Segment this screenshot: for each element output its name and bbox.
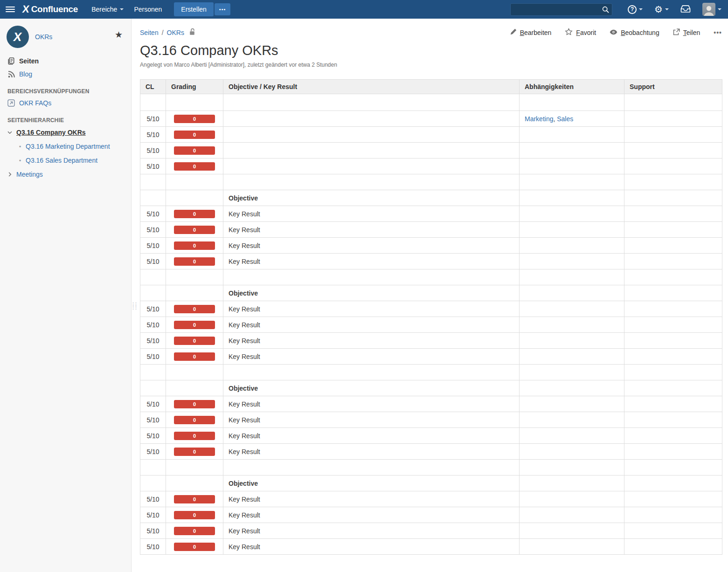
dependencies-cell bbox=[520, 159, 624, 174]
product-name: Confluence bbox=[31, 4, 78, 14]
grading-cell: 0 bbox=[166, 317, 223, 333]
cl-cell bbox=[140, 94, 166, 111]
chevron-down-icon bbox=[120, 8, 124, 10]
sidebar-item-blog[interactable]: Blog bbox=[6, 68, 125, 81]
cl-cell: 5/10 bbox=[140, 396, 166, 412]
support-cell bbox=[624, 206, 722, 222]
support-cell bbox=[624, 94, 722, 111]
chevron-right-icon[interactable] bbox=[7, 172, 13, 177]
dependencies-cell bbox=[520, 444, 624, 460]
dependencies-cell: Marketing, Sales bbox=[520, 111, 624, 127]
dependencies-cell bbox=[520, 412, 624, 428]
cl-cell: 5/10 bbox=[140, 317, 166, 333]
dependencies-cell bbox=[520, 333, 624, 349]
grading-cell bbox=[166, 365, 223, 380]
tree-item-marketing[interactable]: • Q3.16 Marketing Department bbox=[6, 139, 125, 153]
grading-cell: 0 bbox=[166, 507, 223, 523]
space-logo[interactable]: X bbox=[7, 26, 29, 48]
pencil-icon bbox=[510, 28, 517, 36]
table-row bbox=[140, 365, 722, 380]
grading-cell: 0 bbox=[166, 491, 223, 507]
share-button[interactable]: Teilen bbox=[673, 28, 700, 37]
more-actions-button[interactable]: ••• bbox=[714, 29, 722, 36]
support-cell bbox=[624, 333, 722, 349]
page-content: Seiten / OKRs Bearbeiten Favorit bbox=[132, 19, 728, 572]
sidebar-item-pages[interactable]: Seiten bbox=[6, 55, 125, 68]
okr-table: CL Grading Objective / Key Result Abhäng… bbox=[140, 79, 722, 555]
table-row: 5/100Key Result bbox=[140, 254, 722, 269]
breadcrumb: Seiten / OKRs bbox=[140, 28, 196, 37]
dependencies-cell bbox=[520, 507, 624, 523]
grading-badge: 0 bbox=[174, 226, 215, 234]
support-cell bbox=[624, 238, 722, 254]
breadcrumb-pages-link[interactable]: Seiten bbox=[140, 29, 159, 36]
dependencies-cell bbox=[520, 174, 624, 190]
grading-cell: 0 bbox=[166, 254, 223, 269]
cl-cell: 5/10 bbox=[140, 444, 166, 460]
support-cell bbox=[624, 143, 722, 159]
favorite-button[interactable]: Favorit bbox=[565, 28, 596, 37]
unlocked-icon[interactable] bbox=[189, 28, 196, 37]
section-heading-space-shortcuts: BEREICHSVERKNÜPFUNGEN bbox=[6, 88, 125, 95]
create-more-button[interactable]: ••• bbox=[215, 3, 231, 15]
support-cell bbox=[624, 269, 722, 285]
watch-button[interactable]: Beobachtung bbox=[610, 29, 659, 36]
dependencies-cell bbox=[520, 491, 624, 507]
grading-cell: 0 bbox=[166, 539, 223, 555]
nav-people-menu[interactable]: Personen bbox=[129, 0, 167, 19]
grading-cell bbox=[166, 190, 223, 206]
grading-badge: 0 bbox=[174, 400, 215, 408]
dependency-link[interactable]: Marketing bbox=[525, 115, 553, 123]
objective-key-result-cell: Key Result bbox=[223, 254, 520, 269]
objective-key-result-cell bbox=[223, 143, 520, 159]
user-menu[interactable] bbox=[702, 3, 721, 16]
dependency-link[interactable]: Sales bbox=[557, 115, 573, 123]
grading-badge: 0 bbox=[174, 543, 215, 551]
grading-cell: 0 bbox=[166, 159, 223, 174]
objective-key-result-cell bbox=[223, 159, 520, 174]
edit-button[interactable]: Bearbeiten bbox=[510, 28, 552, 36]
user-avatar bbox=[702, 3, 715, 16]
support-cell bbox=[624, 539, 722, 555]
objective-key-result-cell: Objective bbox=[223, 190, 520, 206]
objective-key-result-cell: Key Result bbox=[223, 206, 520, 222]
dependencies-cell bbox=[520, 539, 624, 555]
support-cell bbox=[624, 444, 722, 460]
tree-item-sales[interactable]: • Q3.16 Sales Department bbox=[6, 153, 125, 167]
dependencies-cell bbox=[520, 190, 624, 206]
objective-key-result-cell: Objective bbox=[223, 380, 520, 396]
cl-cell: 5/10 bbox=[140, 159, 166, 174]
grading-badge: 0 bbox=[174, 131, 215, 139]
space-sidebar: X OKRs ★ Seiten Blog BEREICHSVERKNÜPFUNG… bbox=[0, 19, 132, 572]
tree-item-meetings[interactable]: Meetings bbox=[6, 167, 125, 181]
grading-cell: 0 bbox=[166, 127, 223, 143]
notifications-button[interactable] bbox=[680, 5, 691, 14]
cl-cell bbox=[140, 174, 166, 190]
table-row: 5/100Key Result bbox=[140, 523, 722, 539]
grading-badge: 0 bbox=[174, 210, 215, 218]
create-button[interactable]: Erstellen bbox=[174, 2, 213, 16]
favorite-space-star-icon[interactable]: ★ bbox=[115, 30, 123, 39]
search-icon[interactable] bbox=[602, 6, 609, 14]
breadcrumb-okrs-link[interactable]: OKRs bbox=[167, 29, 184, 36]
tree-item-current-page[interactable]: Q3.16 Company OKRs bbox=[6, 125, 125, 139]
cl-cell: 5/10 bbox=[140, 127, 166, 143]
objective-key-result-cell: Key Result bbox=[223, 428, 520, 444]
sidebar-item-okr-faqs[interactable]: OKR FAQs bbox=[6, 96, 125, 110]
hamburger-menu-icon[interactable] bbox=[6, 7, 15, 12]
grading-cell bbox=[166, 380, 223, 396]
sidebar-resize-handle[interactable]: ⋮⋮⋮⋮ bbox=[131, 302, 135, 310]
support-cell bbox=[624, 111, 722, 127]
pages-icon bbox=[7, 57, 15, 65]
nav-spaces-menu[interactable]: Bereiche bbox=[86, 0, 129, 19]
grading-cell: 0 bbox=[166, 412, 223, 428]
help-menu[interactable]: ? bbox=[628, 5, 643, 14]
confluence-logo[interactable]: X Confluence bbox=[22, 4, 78, 14]
objective-key-result-cell: Key Result bbox=[223, 222, 520, 238]
dependencies-cell bbox=[520, 206, 624, 222]
dependencies-cell bbox=[520, 254, 624, 269]
settings-menu[interactable]: ⚙ bbox=[654, 5, 669, 14]
space-name-link[interactable]: OKRs bbox=[35, 33, 52, 41]
search-input[interactable] bbox=[510, 3, 612, 16]
chevron-down-icon[interactable] bbox=[7, 131, 13, 134]
